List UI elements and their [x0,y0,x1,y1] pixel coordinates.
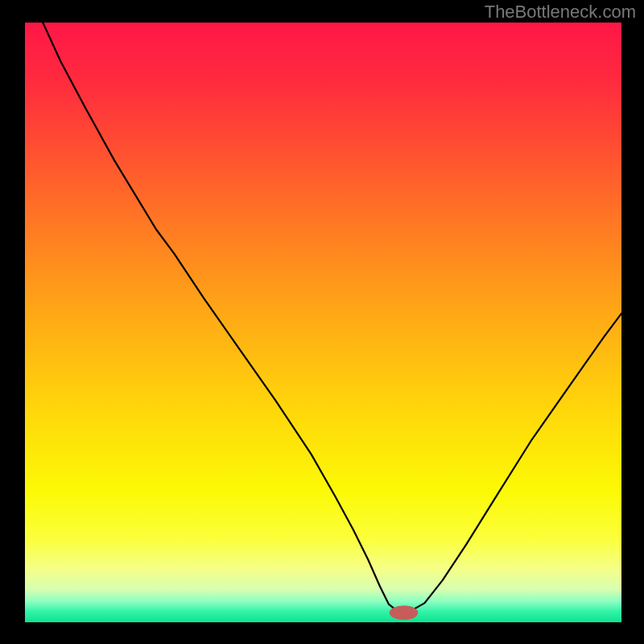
optimal-marker [390,605,419,620]
chart-frame: { "attribution": "TheBottleneck.com", "c… [0,0,644,644]
bottleneck-chart [0,0,644,644]
plot-background [25,23,621,622]
